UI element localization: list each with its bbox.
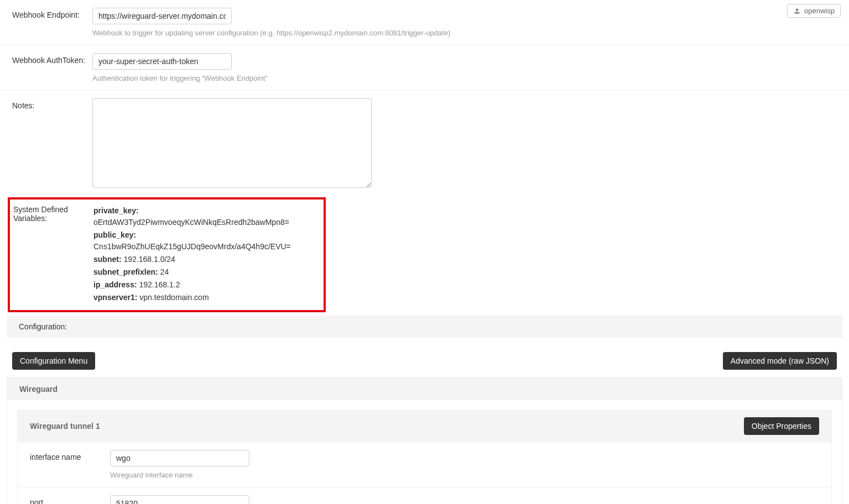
system-var-key: subnet: [93, 255, 123, 264]
webhook-authtoken-input[interactable] [92, 53, 232, 70]
system-var-value: Cns1bwR9oZhUEqkZ15gUJDq9eovMrdx/a4Q4h9c/… [93, 242, 291, 251]
notes-textarea[interactable] [92, 98, 372, 188]
webhook-endpoint-row: Webhook Endpoint: Webhook to trigger for… [0, 0, 849, 45]
interface-name-input[interactable] [110, 450, 249, 466]
advanced-mode-button[interactable]: Advanced mode (raw JSON) [723, 352, 837, 370]
port-row: port [18, 487, 831, 504]
webhook-authtoken-row: Webhook AuthToken: Authentication token … [0, 45, 849, 91]
system-var-key: subnet_prefixlen: [93, 267, 160, 276]
webhook-authtoken-label: Webhook AuthToken: [12, 53, 92, 65]
webhook-endpoint-label: Webhook Endpoint: [12, 8, 92, 19]
interface-name-row: interface name Wireguard interface name [18, 442, 831, 487]
system-var-line: subnet: 192.168.1.0/24 [93, 254, 320, 265]
webhook-endpoint-help: Webhook to trigger for updating server c… [92, 29, 837, 37]
wireguard-tunnel-section: Wireguard tunnel 1 Object Properties int… [17, 410, 832, 504]
user-name: openwisp [804, 7, 835, 15]
wireguard-section: Wireguard Wireguard tunnel 1 Object Prop… [7, 377, 842, 504]
notes-row: Notes: [0, 91, 849, 197]
interface-name-label: interface name [30, 450, 110, 461]
system-var-value: 192.168.1.2 [139, 280, 180, 289]
object-properties-button[interactable]: Object Properties [744, 417, 819, 435]
notes-label: Notes: [12, 98, 92, 110]
system-var-line: vpnserver1: vpn.testdomain.com [93, 292, 320, 303]
webhook-endpoint-input[interactable] [92, 8, 232, 24]
system-var-key: private_key: [93, 206, 139, 215]
system-var-value: oErtdAW3Tyd2PiwmvoeqyKcWiNkqEsRredh2bawM… [93, 218, 289, 227]
port-input[interactable] [110, 495, 249, 504]
system-var-line: public_key: Cns1bwR9oZhUEqkZ15gUJDq9eovM… [93, 229, 320, 253]
port-label: port [30, 495, 110, 504]
system-vars-box: System Defined Variables: private_key: o… [8, 197, 326, 312]
configuration-menu-button[interactable]: Configuration Menu [12, 352, 95, 370]
system-var-key: ip_address: [93, 280, 139, 289]
tunnel-title: Wireguard tunnel 1 [30, 422, 100, 431]
system-vars-label: System Defined Variables: [13, 205, 93, 305]
system-var-line: private_key: oErtdAW3Tyd2PiwmvoeqyKcWiNk… [93, 205, 320, 228]
user-icon [793, 7, 801, 15]
config-button-row: Configuration Menu Advanced mode (raw JS… [0, 344, 849, 377]
system-var-key: vpnserver1: [93, 293, 139, 302]
webhook-authtoken-help: Authentication token for triggering "Web… [92, 74, 837, 82]
system-var-line: subnet_prefixlen: 24 [93, 266, 320, 278]
configuration-header: Configuration: [7, 316, 842, 338]
system-var-value: vpn.testdomain.com [139, 293, 209, 302]
system-var-key: public_key: [93, 230, 136, 239]
system-var-line: ip_address: 192.168.1.2 [93, 279, 320, 291]
system-var-value: 192.168.1.0/24 [123, 255, 175, 264]
system-var-value: 24 [160, 267, 169, 276]
interface-name-help: Wireguard interface name [110, 471, 819, 479]
user-badge[interactable]: openwisp [787, 4, 841, 18]
wireguard-header: Wireguard [7, 378, 842, 400]
